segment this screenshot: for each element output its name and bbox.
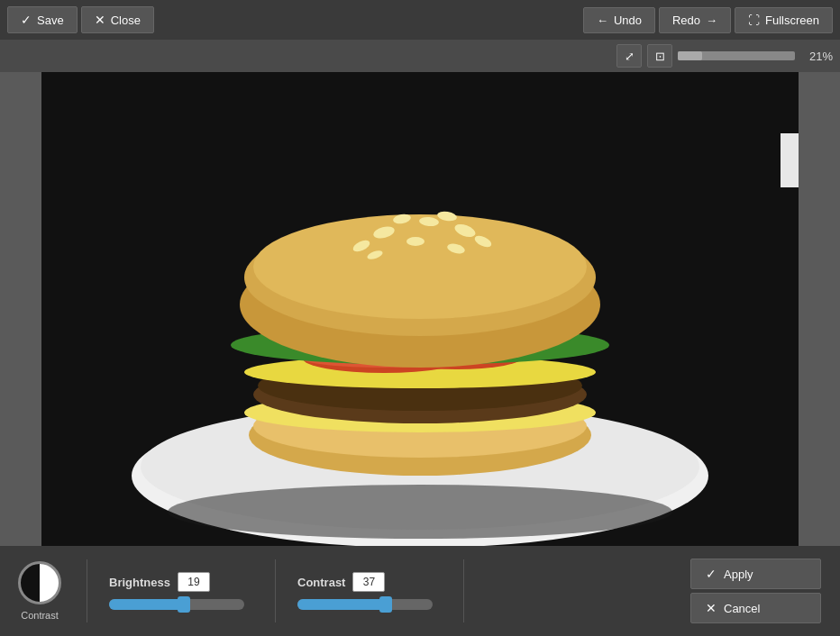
cancel-x-icon: ✕	[706, 601, 717, 615]
undo-arrow-icon: ←	[597, 14, 608, 27]
svg-rect-1	[781, 133, 799, 187]
zoom-bar-fill	[678, 51, 702, 60]
zoom-reset-button[interactable]: ⊡	[647, 44, 672, 68]
contrast-icon-label: Contrast	[21, 610, 59, 621]
zoom-fit-button[interactable]: ⤢	[616, 44, 642, 68]
contrast-icon-wrap: Contrast	[14, 561, 65, 621]
close-label: Close	[111, 14, 141, 27]
cancel-label: Cancel	[724, 602, 760, 615]
fullscreen-button[interactable]: ⛶ Fullscreen	[735, 7, 833, 33]
contrast-fill	[297, 599, 386, 610]
contrast-control: Contrast 37	[297, 572, 442, 610]
brightness-slider[interactable]	[109, 599, 244, 610]
zoom-slider-container	[678, 51, 795, 60]
fullscreen-icon: ⛶	[748, 14, 760, 27]
panel-divider-3	[463, 559, 464, 622]
contrast-value[interactable]: 37	[352, 572, 385, 592]
brightness-fill	[109, 599, 184, 610]
undo-button[interactable]: ← Undo	[583, 7, 655, 33]
close-icon: ✕	[95, 13, 105, 27]
panel-divider-1	[87, 559, 87, 622]
fullscreen-label: Fullscreen	[765, 14, 819, 27]
zoom-reset-icon: ⊡	[655, 50, 665, 63]
bottom-panel: Contrast Brightness 19 Contrast 37 ✓ App…	[0, 546, 840, 636]
top-toolbar: ✓ Save ✕ Close ← Undo Redo → ⛶ Fullscree…	[0, 0, 840, 40]
contrast-title: Contrast	[297, 576, 345, 589]
cancel-button[interactable]: ✕ Cancel	[690, 593, 821, 623]
redo-arrow-icon: →	[706, 14, 717, 27]
save-label: Save	[37, 14, 64, 27]
canvas-area	[0, 72, 840, 546]
redo-label: Redo	[672, 14, 700, 27]
apply-label: Apply	[724, 568, 753, 581]
burger-svg	[41, 72, 799, 546]
panel-divider-2	[275, 559, 276, 622]
contrast-thumb[interactable]	[379, 596, 392, 613]
apply-button[interactable]: ✓ Apply	[690, 559, 821, 589]
contrast-slider[interactable]	[297, 599, 433, 610]
brightness-title: Brightness	[109, 576, 170, 589]
brightness-value[interactable]: 19	[178, 572, 210, 592]
brightness-thumb[interactable]	[178, 596, 190, 613]
image-frame	[41, 72, 799, 546]
action-section: ✓ Apply ✕ Cancel	[690, 559, 826, 623]
apply-check-icon: ✓	[706, 567, 717, 581]
close-button[interactable]: ✕ Close	[81, 6, 154, 33]
undo-label: Undo	[614, 14, 642, 27]
zoom-slider[interactable]	[678, 51, 795, 60]
zoom-toolbar: ⤢ ⊡ 21%	[0, 40, 840, 72]
svg-point-30	[168, 485, 672, 539]
brightness-header: Brightness 19	[109, 572, 253, 592]
contrast-header: Contrast 37	[297, 572, 442, 592]
contrast-circle-icon	[18, 561, 61, 604]
brightness-control: Brightness 19	[109, 572, 253, 610]
zoom-value: 21%	[800, 50, 833, 63]
save-button[interactable]: ✓ Save	[7, 6, 78, 33]
zoom-fit-icon: ⤢	[625, 50, 635, 63]
svg-point-27	[406, 237, 425, 246]
toolbar-right: ← Undo Redo → ⛶ Fullscreen	[583, 7, 833, 33]
redo-button[interactable]: Redo →	[659, 7, 731, 33]
svg-point-19	[253, 214, 587, 319]
burger-image	[41, 72, 799, 546]
check-icon: ✓	[21, 13, 32, 27]
